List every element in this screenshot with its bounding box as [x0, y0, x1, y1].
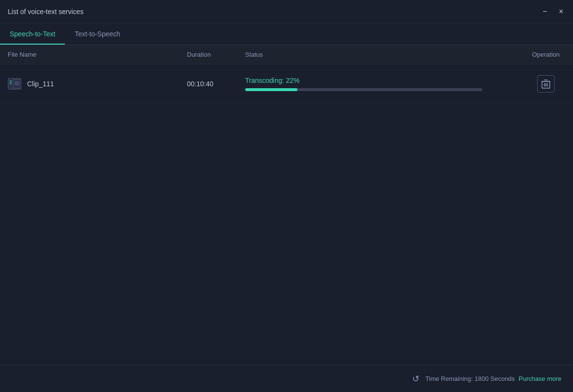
main-window: List of voice-text services − × Speech-t…: [0, 0, 573, 392]
col-header-duration: Duration: [187, 51, 245, 58]
purchase-more-link[interactable]: Purchase more: [519, 375, 561, 382]
progress-bar-fill: [245, 88, 297, 91]
footer: ↺ Time Remaining: 1800 Seconds Purchase …: [0, 365, 573, 392]
col-header-status: Status: [245, 51, 527, 58]
delete-button[interactable]: [537, 75, 555, 93]
close-button[interactable]: ×: [557, 6, 565, 17]
refresh-icon: ↺: [412, 374, 419, 384]
operation-cell: [527, 75, 565, 93]
col-header-operation: Operation: [527, 51, 565, 58]
table-body: Clip_111 00:10:40 Transcoding: 22%: [0, 64, 573, 365]
tab-bar: Speech-to-Text Text-to-Speech: [0, 23, 573, 45]
tab-speech-to-text[interactable]: Speech-to-Text: [0, 23, 65, 45]
time-remaining-text: Time Remaining: 1800 Seconds: [425, 375, 515, 382]
window-controls: − ×: [541, 6, 565, 17]
status-cell: Transcoding: 22%: [245, 77, 527, 91]
table-header: File Name Duration Status Operation: [0, 45, 573, 64]
progress-bar-container: [245, 88, 482, 91]
duration-cell: 00:10:40: [187, 80, 245, 88]
file-icon: [8, 78, 21, 90]
title-bar: List of voice-text services − ×: [0, 0, 573, 23]
minimize-button[interactable]: −: [541, 6, 549, 17]
window-title: List of voice-text services: [8, 8, 83, 16]
trash-icon: [542, 79, 550, 89]
tab-text-to-speech[interactable]: Text-to-Speech: [65, 23, 130, 45]
svg-rect-2: [14, 80, 20, 88]
file-name-text: Clip_111: [27, 80, 54, 88]
table-row: Clip_111 00:10:40 Transcoding: 22%: [0, 64, 573, 103]
status-text: Transcoding: 22%: [245, 77, 527, 84]
col-header-filename: File Name: [8, 51, 187, 58]
file-name-cell: Clip_111: [8, 78, 187, 90]
